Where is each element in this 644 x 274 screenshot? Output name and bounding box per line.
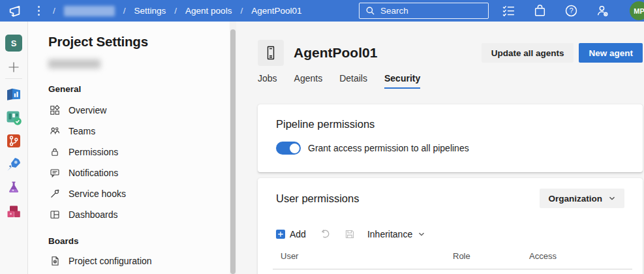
boards-rail-icon[interactable] [5, 109, 22, 126]
save-button[interactable] [345, 229, 355, 239]
sidebar-item-overview[interactable]: Overview [48, 100, 236, 121]
breadcrumb-separator: / [240, 6, 243, 16]
test-plans-rail-icon[interactable] [5, 179, 22, 196]
sidebar-item-permissions[interactable]: Permissions [48, 142, 236, 162]
section-header-boards: Boards [48, 236, 236, 246]
new-agent-button[interactable]: New agent [579, 43, 643, 63]
sidebar-item-label: Permissions [69, 147, 118, 157]
agent-pool-header: AgentPool01 Update all agents New agent [258, 40, 643, 66]
scope-dropdown-button[interactable]: Organization [540, 189, 624, 208]
service-hooks-plug-icon [50, 189, 60, 199]
grant-access-toggle-label: Grant access permission to all pipelines [308, 143, 469, 153]
scope-dropdown-label: Organization [548, 194, 602, 204]
dashboards-grid-icon [50, 209, 60, 220]
pool-tabs: Jobs Agents Details Security [258, 73, 644, 89]
chevron-down-icon [418, 230, 425, 238]
add-plus-icon [276, 230, 285, 239]
user-permissions-card: User permissions Organization Add [258, 178, 643, 274]
rail-add-button[interactable] [8, 61, 20, 73]
user-settings-icon[interactable] [596, 4, 609, 18]
sidebar-item-label: Dashboards [69, 209, 118, 220]
inheritance-dropdown[interactable]: Inheritance [367, 229, 425, 239]
sidebar-item-label: Notifications [69, 168, 118, 178]
grant-access-toggle[interactable] [276, 142, 301, 155]
breadcrumb-item-redacted-project[interactable] [64, 6, 115, 16]
permissions-toolbar: Add Inheritance [276, 228, 624, 239]
project-avatar[interactable]: S [5, 35, 22, 52]
comment-bubble-icon [50, 168, 60, 178]
user-permissions-title: User permissions [276, 192, 359, 205]
topbar-icon-group: ? [502, 0, 609, 22]
pipeline-permissions-card: Pipeline permissions Grant access permis… [258, 104, 643, 172]
column-header-user: User [281, 251, 453, 261]
sidebar-item-dashboards[interactable]: Dashboards [48, 204, 236, 225]
chevron-down-icon [608, 194, 616, 202]
column-header-role: Role [453, 251, 529, 261]
breadcrumb-item-settings[interactable]: Settings [134, 6, 166, 16]
rail-divider [5, 78, 22, 79]
sidebar-item-label: Service hooks [69, 189, 126, 199]
overview-rail-icon[interactable] [5, 85, 22, 102]
top-navigation-bar: / / Settings / Agent pools / AgentPool01 [0, 0, 644, 22]
svg-text:?: ? [569, 7, 573, 14]
breadcrumb-item-agentpool01[interactable]: AgentPool01 [251, 6, 301, 16]
help-icon[interactable]: ? [564, 4, 578, 18]
checklist-icon[interactable] [502, 4, 515, 18]
breadcrumb: / / Settings / Agent pools / AgentPool01 [53, 6, 301, 16]
breadcrumb-separator: / [123, 6, 126, 16]
toggle-knob [290, 144, 299, 153]
app-rail: S [0, 22, 28, 274]
save-floppy-icon [345, 229, 355, 239]
breadcrumb-item-agent-pools[interactable]: Agent pools [185, 6, 232, 16]
pipelines-rail-icon[interactable] [5, 156, 22, 173]
search-box[interactable] [359, 3, 489, 19]
undo-button[interactable] [320, 228, 331, 239]
artifacts-rail-icon[interactable] [5, 203, 22, 220]
column-header-access: Access [529, 251, 557, 261]
overview-grid-icon [50, 105, 60, 115]
section-header-general: General [48, 84, 236, 94]
scrollbar-thumb[interactable] [230, 29, 236, 274]
azure-devops-logo-icon[interactable] [8, 4, 22, 18]
sidebar-item-notifications[interactable]: Notifications [48, 162, 236, 183]
undo-icon [320, 228, 331, 239]
breadcrumb-separator: / [53, 6, 55, 16]
sidebar-item-label: Project configuration [69, 256, 152, 266]
breadcrumb-separator: / [174, 6, 177, 16]
tab-agents[interactable]: Agents [294, 73, 323, 89]
sidebar-item-label: Overview [69, 105, 106, 115]
inheritance-label: Inheritance [367, 229, 412, 239]
main-content: AgentPool01 Update all agents New agent … [236, 22, 644, 274]
sidebar-item-service-hooks[interactable]: Service hooks [48, 183, 236, 204]
page-title: Project Settings [48, 34, 236, 50]
project-name-redacted [48, 59, 100, 68]
sidebar-item-project-configuration[interactable]: Project configuration [48, 251, 236, 271]
update-all-agents-button[interactable]: Update all agents [482, 43, 574, 63]
add-button[interactable]: Add [276, 229, 306, 239]
user-avatar[interactable]: MP [630, 1, 644, 20]
tab-jobs[interactable]: Jobs [258, 73, 277, 89]
table-header-divider [273, 269, 632, 269]
teams-people-icon [50, 126, 60, 136]
agent-pool-title: AgentPool01 [294, 45, 377, 61]
tab-security[interactable]: Security [384, 73, 420, 89]
agent-pool-icon [258, 40, 284, 66]
more-options-kebab-icon[interactable] [35, 3, 42, 18]
permissions-table-header: User Role Access [276, 251, 624, 261]
sidebar-item-teams[interactable]: Teams [48, 121, 236, 142]
search-icon [365, 6, 375, 16]
marketplace-bag-icon[interactable] [533, 4, 547, 18]
add-button-label: Add [290, 229, 306, 239]
search-input[interactable] [380, 6, 478, 16]
pipeline-permissions-title: Pipeline permissions [276, 118, 624, 130]
repos-rail-icon[interactable] [5, 132, 22, 149]
tab-details[interactable]: Details [339, 73, 367, 89]
lock-icon [50, 147, 60, 157]
sidebar-item-label: Teams [69, 126, 95, 136]
project-settings-sidebar: Project Settings General Overview Teams [28, 22, 236, 274]
document-gear-icon [50, 256, 60, 266]
sidebar-scrollbar[interactable] [230, 22, 236, 274]
